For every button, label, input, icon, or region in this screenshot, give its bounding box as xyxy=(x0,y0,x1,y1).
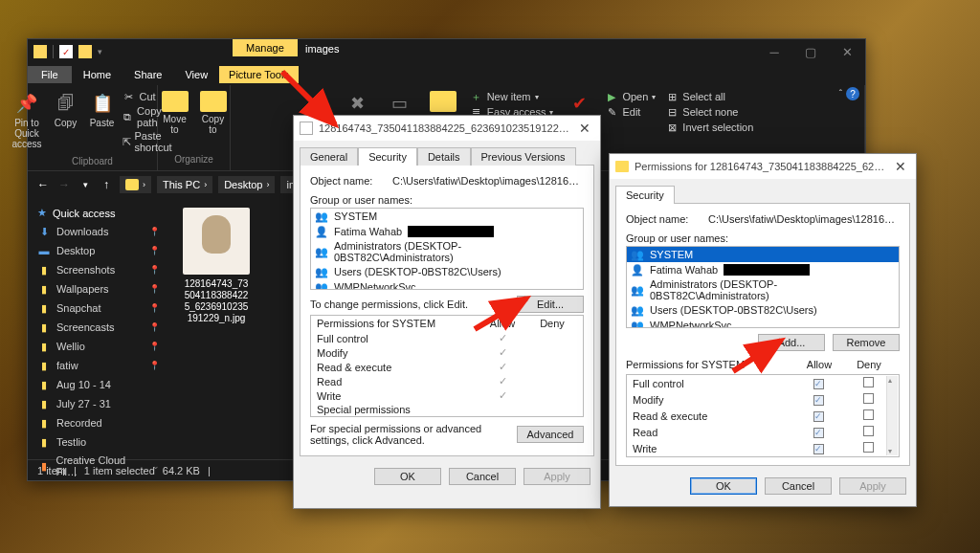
qat-folder-icon[interactable] xyxy=(78,45,92,58)
tab-file[interactable]: File xyxy=(28,66,72,83)
redacted xyxy=(408,226,494,237)
edit-button[interactable]: Edit... xyxy=(517,296,584,313)
perm-row: Special permissions xyxy=(311,403,583,416)
add-button[interactable]: Add... xyxy=(758,334,825,351)
separator xyxy=(53,45,54,58)
sidebar-item[interactable]: ⬇Downloads📍 xyxy=(28,222,169,241)
collapse-ribbon-icon[interactable]: ˆ xyxy=(839,89,842,100)
allow-checkbox[interactable]: ✓ xyxy=(813,411,824,422)
list-item[interactable]: 👥SYSTEM xyxy=(311,209,583,224)
allow-checkbox[interactable]: ✓ xyxy=(813,379,824,389)
select-all-button[interactable]: ⊞Select all xyxy=(665,89,753,104)
tab-share[interactable]: Share xyxy=(122,66,173,83)
permissions-table: Permissions for SYSTEMAllowDeny Full con… xyxy=(310,315,584,417)
tab-general[interactable]: General xyxy=(300,147,358,166)
move-to-button[interactable]: Move to xyxy=(158,89,192,137)
list-item[interactable]: 👥SYSTEM xyxy=(627,247,899,262)
list-item[interactable]: 👥WMPNetworkSvc xyxy=(627,318,899,328)
file-item[interactable]: 128164743_735041183884225_62369102351912… xyxy=(183,208,250,324)
paste-button[interactable]: 📋 Paste xyxy=(86,89,119,154)
tab-security[interactable]: Security xyxy=(358,147,417,166)
maximize-button[interactable]: ▢ xyxy=(792,39,829,64)
close-button[interactable]: ✕ xyxy=(575,121,594,136)
cancel-button[interactable]: Cancel xyxy=(449,468,516,485)
breadcrumb[interactable]: This PC› xyxy=(157,176,212,193)
manage-contextual-tab[interactable]: Manage xyxy=(233,39,298,56)
apply-button[interactable]: Apply xyxy=(523,468,590,485)
user-list[interactable]: 👥SYSTEM 👤Fatima Wahab 👥Administrators (D… xyxy=(310,208,584,290)
deny-header: Deny xyxy=(844,359,894,370)
scrollbar[interactable] xyxy=(886,376,898,455)
tab-picture-tools[interactable]: Picture Tools xyxy=(219,66,299,83)
allow-checkbox[interactable]: ✓ xyxy=(813,395,824,406)
check-icon: ✓ xyxy=(478,332,527,344)
copy-to-button[interactable]: Copy to xyxy=(196,89,231,137)
sidebar-item[interactable]: ▮Screencasts📍 xyxy=(28,318,169,337)
deny-checkbox[interactable] xyxy=(863,393,874,404)
select-none-button[interactable]: ⊟Select none xyxy=(665,104,753,120)
breadcrumb-root[interactable]: › xyxy=(120,176,151,193)
qat-check-icon[interactable]: ✓ xyxy=(59,45,73,58)
invert-icon: ⊠ xyxy=(665,121,679,134)
open-button[interactable]: ▶Open▾ xyxy=(605,89,656,104)
deny-checkbox[interactable] xyxy=(863,426,874,436)
edit-button[interactable]: ✎Edit xyxy=(605,104,656,120)
allow-checkbox[interactable]: ✓ xyxy=(813,428,824,438)
tab-previous-versions[interactable]: Previous Versions xyxy=(471,147,576,166)
breadcrumb[interactable]: Desktop› xyxy=(218,176,275,193)
user-list[interactable]: 👥SYSTEM 👤Fatima Wahab 👥Administrators (D… xyxy=(626,246,900,328)
sidebar-item[interactable]: ▮Testlio xyxy=(28,432,169,452)
nav-forward-button[interactable]: → xyxy=(56,178,72,191)
deny-checkbox[interactable] xyxy=(863,442,874,453)
remove-button[interactable]: Remove xyxy=(833,334,900,351)
sidebar-item[interactable]: ▮Snapchat📍 xyxy=(28,299,169,318)
ok-button[interactable]: OK xyxy=(374,468,441,485)
tab-home[interactable]: Home xyxy=(72,66,122,83)
list-item[interactable]: 👥Administrators (DESKTOP-0BST82C\Adminis… xyxy=(311,239,583,264)
allow-checkbox[interactable]: ✓ xyxy=(813,444,824,454)
apply-button[interactable]: Apply xyxy=(839,477,906,495)
object-name-value: C:\Users\fatiw\Desktop\images\128164743_… xyxy=(708,213,900,225)
sidebar-item[interactable]: ▮fatiw📍 xyxy=(28,356,169,375)
pin-icon: 📍 xyxy=(149,265,160,275)
deny-checkbox[interactable] xyxy=(863,409,874,420)
ok-button[interactable]: OK xyxy=(690,477,757,495)
sidebar-quick-access[interactable]: ★Quick access xyxy=(28,204,169,222)
sidebar-item[interactable]: ▮July 27 - 31 xyxy=(28,394,169,413)
sidebar-item[interactable]: ▮Recorded xyxy=(28,413,169,432)
tab-details[interactable]: Details xyxy=(417,147,471,166)
copy-button[interactable]: 🗐 Copy xyxy=(50,89,82,154)
qat-dropdown-icon[interactable]: ▾ xyxy=(98,47,102,56)
tab-view[interactable]: View xyxy=(173,66,219,83)
help-icon[interactable]: ? xyxy=(846,87,859,100)
pin-to-quick-access[interactable]: 📌 Pin to Quick access xyxy=(8,89,45,154)
nav-recent-button[interactable]: ▾ xyxy=(78,180,93,189)
close-button[interactable]: ✕ xyxy=(829,39,865,64)
titlebar: ✓ ▾ Manage images ─ ▢ ✕ xyxy=(28,39,865,64)
invert-selection-button[interactable]: ⊠Invert selection xyxy=(665,120,753,135)
list-item[interactable]: 👥WMPNetworkSvc xyxy=(311,279,583,290)
cut-icon: ✂ xyxy=(122,90,136,103)
sidebar-item[interactable]: ▮Screenshots📍 xyxy=(28,260,169,279)
list-item[interactable]: 👥Users (DESKTOP-0BST82C\Users) xyxy=(311,264,583,279)
close-button[interactable]: ✕ xyxy=(891,159,910,174)
list-item[interactable]: 👥Administrators (DESKTOP-0BST82C\Adminis… xyxy=(627,277,899,302)
new-item-button[interactable]: ＋New item▾ xyxy=(470,89,554,104)
deny-checkbox[interactable] xyxy=(863,377,874,387)
tab-security[interactable]: Security xyxy=(615,186,675,204)
sidebar-item[interactable]: ▬Desktop📍 xyxy=(28,241,169,260)
rename-icon: ▭ xyxy=(388,91,412,116)
list-item[interactable]: 👥Users (DESKTOP-0BST82C\Users) xyxy=(627,302,899,318)
sidebar-item[interactable]: ▮Wellio📍 xyxy=(28,337,169,356)
nav-back-button[interactable]: ← xyxy=(35,178,51,191)
permissions-table: Full control✓ Modify✓ Read & execute✓ Re… xyxy=(626,374,900,457)
list-item[interactable]: 👤Fatima Wahab xyxy=(627,262,899,277)
list-item[interactable]: 👤Fatima Wahab xyxy=(311,224,583,239)
folder-icon: ▮ xyxy=(37,435,51,449)
advanced-button[interactable]: Advanced xyxy=(517,426,584,443)
minimize-button[interactable]: ─ xyxy=(756,39,792,64)
nav-up-button[interactable]: ↑ xyxy=(99,178,114,191)
sidebar-item[interactable]: ▮Aug 10 - 14 xyxy=(28,375,169,394)
cancel-button[interactable]: Cancel xyxy=(765,477,832,495)
sidebar-item[interactable]: ▮Wallpapers📍 xyxy=(28,279,169,299)
